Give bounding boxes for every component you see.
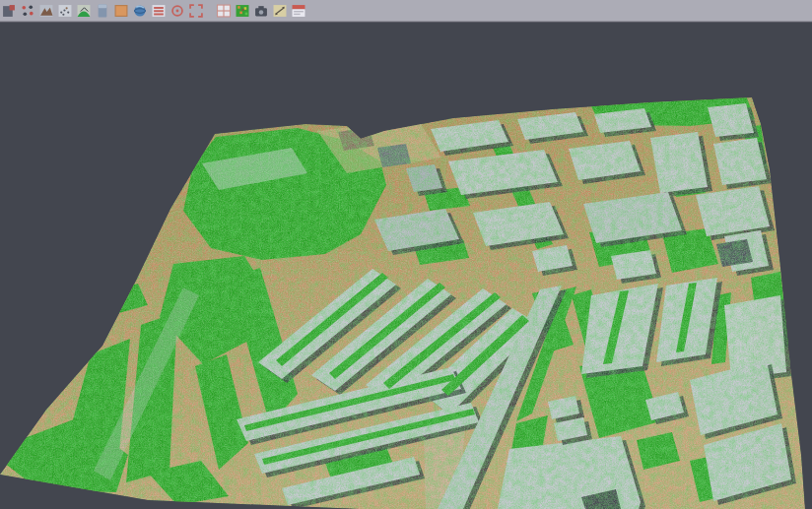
flag-icon[interactable] [291, 3, 306, 19]
point-noise-overlay [0, 89, 812, 509]
camera-icon[interactable] [253, 3, 269, 19]
measure-icon[interactable] [272, 3, 288, 19]
toolbar-divider [0, 22, 812, 23]
3d-viewport[interactable] [0, 0, 812, 509]
scene-svg[interactable] [0, 0, 812, 509]
profile-points-icon[interactable] [20, 3, 35, 19]
open-project-icon[interactable] [1, 3, 17, 19]
class-list-icon[interactable] [151, 3, 167, 19]
grid-window-icon[interactable] [216, 3, 232, 19]
globe-view-icon[interactable] [132, 3, 148, 19]
tin-surface-icon[interactable] [76, 3, 92, 19]
zoom-extent-icon[interactable] [188, 3, 204, 19]
point-cloud-icon[interactable] [57, 3, 73, 19]
ortho-image-icon[interactable] [113, 3, 129, 19]
target-circle-icon[interactable] [169, 3, 185, 19]
terrain-view-icon[interactable] [38, 3, 54, 19]
application-window [0, 0, 812, 509]
toolbar [0, 0, 812, 23]
classification-colors-icon[interactable] [235, 3, 250, 19]
side-panel-icon[interactable] [95, 3, 110, 19]
